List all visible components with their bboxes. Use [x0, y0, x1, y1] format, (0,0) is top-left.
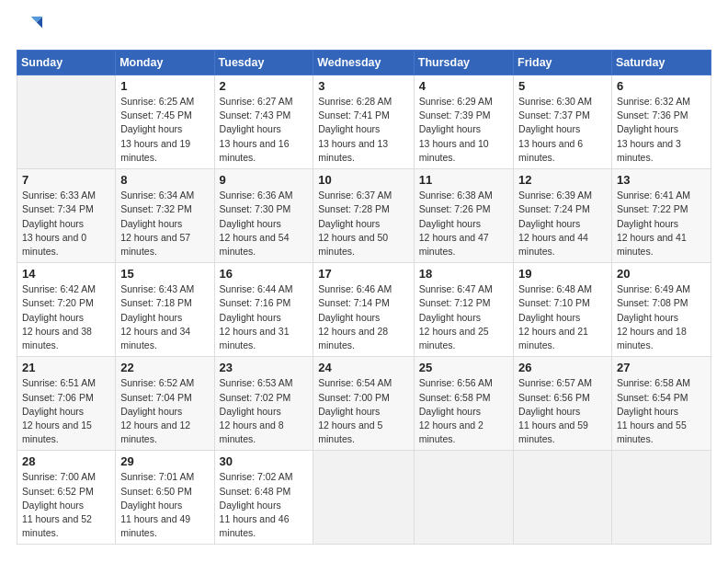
- calendar-cell: 20Sunrise: 6:49 AMSunset: 7:08 PMDayligh…: [611, 263, 711, 357]
- day-info: Sunrise: 6:39 AMSunset: 7:24 PMDaylight …: [518, 189, 607, 259]
- sunset-label: Sunset:: [120, 486, 154, 497]
- day-info: Sunrise: 6:54 AMSunset: 7:00 PMDaylight …: [318, 376, 409, 446]
- day-number: 10: [318, 173, 409, 187]
- sunrise-label: Sunrise:: [22, 283, 58, 294]
- weekday-header-wednesday: Wednesday: [313, 51, 415, 75]
- daylight-label: Daylight hours: [120, 406, 182, 417]
- calendar-cell: 14Sunrise: 6:42 AMSunset: 7:20 PMDayligh…: [17, 263, 116, 357]
- day-info: Sunrise: 6:58 AMSunset: 6:54 PMDaylight …: [617, 376, 706, 446]
- calendar-cell: 22Sunrise: 6:52 AMSunset: 7:04 PMDayligh…: [116, 357, 214, 451]
- daylight-label: Daylight hours: [22, 406, 84, 417]
- calendar-cell: 1Sunrise: 6:25 AMSunset: 7:45 PMDaylight…: [116, 75, 214, 169]
- day-number: 17: [318, 267, 409, 281]
- day-number: 6: [617, 79, 706, 93]
- weekday-header-saturday: Saturday: [611, 51, 711, 75]
- page: SundayMondayTuesdayWednesdayThursdayFrid…: [0, 0, 728, 563]
- sunrise-label: Sunrise:: [318, 377, 354, 388]
- day-number: 14: [22, 267, 110, 281]
- day-info: Sunrise: 6:52 AMSunset: 7:04 PMDaylight …: [120, 376, 209, 446]
- day-number: 1: [120, 79, 209, 93]
- day-info: Sunrise: 6:51 AMSunset: 7:06 PMDaylight …: [22, 376, 110, 446]
- calendar-cell: 27Sunrise: 6:58 AMSunset: 6:54 PMDayligh…: [611, 357, 711, 451]
- day-number: 23: [220, 361, 309, 374]
- sunset-label: Sunset:: [617, 203, 650, 214]
- calendar-week-row: 21Sunrise: 6:51 AMSunset: 7:06 PMDayligh…: [17, 357, 711, 451]
- sunset-label: Sunset:: [22, 203, 55, 214]
- sunrise-label: Sunrise:: [120, 283, 156, 294]
- sunrise-label: Sunrise:: [318, 283, 354, 294]
- calendar-week-row: 28Sunrise: 7:00 AMSunset: 6:52 PMDayligh…: [17, 451, 711, 545]
- daylight-label: Daylight hours: [120, 312, 182, 323]
- day-number: 29: [120, 454, 209, 468]
- sunrise-label: Sunrise:: [617, 377, 653, 388]
- sunrise-label: Sunrise:: [220, 190, 256, 201]
- calendar-cell: 3Sunrise: 6:28 AMSunset: 7:41 PMDaylight…: [313, 75, 415, 169]
- calendar-cell: 24Sunrise: 6:54 AMSunset: 7:00 PMDayligh…: [313, 357, 415, 451]
- day-info: Sunrise: 6:27 AMSunset: 7:43 PMDaylight …: [220, 95, 309, 165]
- sunset-label: Sunset:: [220, 297, 253, 308]
- calendar-cell: 8Sunrise: 6:34 AMSunset: 7:32 PMDaylight…: [116, 169, 214, 263]
- daylight-label: Daylight hours: [22, 312, 84, 323]
- day-number: 3: [318, 79, 409, 93]
- sunrise-label: Sunrise:: [617, 190, 653, 201]
- day-number: 2: [220, 79, 309, 93]
- sunrise-label: Sunrise:: [419, 283, 455, 294]
- calendar-cell: 25Sunrise: 6:56 AMSunset: 6:58 PMDayligh…: [414, 357, 513, 451]
- calendar-cell: 7Sunrise: 6:33 AMSunset: 7:34 PMDaylight…: [17, 169, 116, 263]
- weekday-header-sunday: Sunday: [17, 51, 116, 75]
- day-info: Sunrise: 6:36 AMSunset: 7:30 PMDaylight …: [220, 189, 309, 259]
- calendar-cell: 2Sunrise: 6:27 AMSunset: 7:43 PMDaylight…: [214, 75, 313, 169]
- sunset-label: Sunset:: [419, 392, 452, 403]
- sunset-label: Sunset:: [22, 486, 55, 497]
- daylight-label: Daylight hours: [220, 218, 281, 229]
- sunset-label: Sunset:: [419, 109, 452, 121]
- calendar-table: SundayMondayTuesdayWednesdayThursdayFrid…: [17, 50, 711, 545]
- logo: [17, 17, 46, 42]
- day-info: Sunrise: 6:44 AMSunset: 7:16 PMDaylight …: [220, 282, 309, 352]
- sunset-label: Sunset:: [617, 297, 650, 308]
- calendar-cell: 28Sunrise: 7:00 AMSunset: 6:52 PMDayligh…: [17, 451, 116, 545]
- sunset-label: Sunset:: [318, 109, 351, 121]
- day-info: Sunrise: 6:43 AMSunset: 7:18 PMDaylight …: [120, 282, 209, 352]
- day-info: Sunrise: 6:41 AMSunset: 7:22 PMDaylight …: [617, 189, 706, 259]
- day-number: 25: [419, 361, 508, 374]
- sunrise-label: Sunrise:: [518, 283, 554, 294]
- calendar-cell: 30Sunrise: 7:02 AMSunset: 6:48 PMDayligh…: [214, 451, 313, 545]
- calendar-cell: 9Sunrise: 6:36 AMSunset: 7:30 PMDaylight…: [214, 169, 313, 263]
- day-info: Sunrise: 6:47 AMSunset: 7:12 PMDaylight …: [419, 282, 508, 352]
- day-number: 4: [419, 79, 508, 93]
- daylight-label: Daylight hours: [22, 218, 84, 229]
- day-info: Sunrise: 6:28 AMSunset: 7:41 PMDaylight …: [318, 95, 409, 165]
- sunset-label: Sunset:: [120, 203, 154, 214]
- calendar-cell: 13Sunrise: 6:41 AMSunset: 7:22 PMDayligh…: [611, 169, 711, 263]
- calendar-cell: [313, 451, 415, 545]
- day-number: 13: [617, 173, 706, 187]
- header: [17, 17, 711, 42]
- day-info: Sunrise: 6:42 AMSunset: 7:20 PMDaylight …: [22, 282, 110, 352]
- sunrise-label: Sunrise:: [120, 190, 156, 201]
- sunrise-label: Sunrise:: [22, 190, 58, 201]
- calendar-cell: 17Sunrise: 6:46 AMSunset: 7:14 PMDayligh…: [313, 263, 415, 357]
- daylight-label: Daylight hours: [318, 123, 380, 134]
- day-info: Sunrise: 7:02 AMSunset: 6:48 PMDaylight …: [220, 470, 309, 540]
- daylight-label: Daylight hours: [120, 500, 182, 511]
- daylight-label: Daylight hours: [220, 500, 281, 511]
- sunrise-label: Sunrise:: [518, 96, 554, 107]
- sunrise-label: Sunrise:: [419, 190, 455, 201]
- sunset-label: Sunset:: [22, 297, 55, 308]
- sunset-label: Sunset:: [617, 109, 650, 121]
- day-info: Sunrise: 6:30 AMSunset: 7:37 PMDaylight …: [518, 95, 607, 165]
- sunrise-label: Sunrise:: [220, 96, 256, 107]
- day-number: 24: [318, 361, 409, 374]
- sunset-label: Sunset:: [518, 109, 552, 121]
- calendar-cell: 29Sunrise: 7:01 AMSunset: 6:50 PMDayligh…: [116, 451, 214, 545]
- day-info: Sunrise: 6:49 AMSunset: 7:08 PMDaylight …: [617, 282, 706, 352]
- day-info: Sunrise: 6:37 AMSunset: 7:28 PMDaylight …: [318, 189, 409, 259]
- daylight-label: Daylight hours: [419, 218, 481, 229]
- day-info: Sunrise: 6:56 AMSunset: 6:58 PMDaylight …: [419, 376, 508, 446]
- daylight-label: Daylight hours: [220, 406, 281, 417]
- calendar-cell: 4Sunrise: 6:29 AMSunset: 7:39 PMDaylight…: [414, 75, 513, 169]
- calendar-cell: 19Sunrise: 6:48 AMSunset: 7:10 PMDayligh…: [514, 263, 612, 357]
- sunset-label: Sunset:: [120, 109, 154, 121]
- day-info: Sunrise: 6:25 AMSunset: 7:45 PMDaylight …: [120, 95, 209, 165]
